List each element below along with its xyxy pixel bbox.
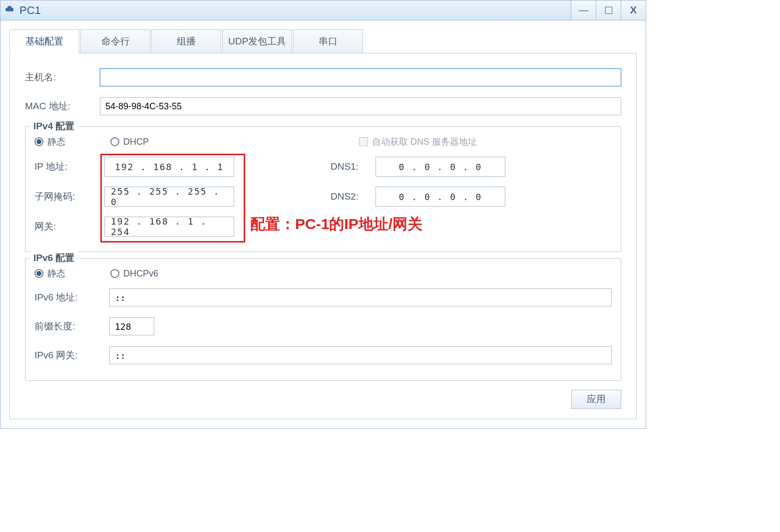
ipv6-prefix-label: 前缀长度: bbox=[34, 320, 109, 333]
checkbox-icon bbox=[359, 137, 368, 146]
radio-icon bbox=[34, 137, 43, 146]
subnet-mask-input[interactable]: 255 . 255 . 255 . 0 bbox=[104, 187, 234, 207]
dns2-input[interactable]: 0 . 0 . 0 . 0 bbox=[376, 187, 505, 207]
hostname-input[interactable] bbox=[100, 68, 621, 86]
ipv6-radio-static[interactable]: 静态 bbox=[34, 267, 65, 279]
ipv6-radio-dhcpv6[interactable]: DHCPv6 bbox=[110, 268, 158, 279]
subnet-mask-label: 子网掩码: bbox=[34, 190, 104, 203]
apply-button[interactable]: 应用 bbox=[571, 390, 621, 409]
radio-label-dhcp: DHCP bbox=[123, 137, 149, 147]
radio-label-static6: 静态 bbox=[47, 267, 65, 279]
ipv4-radio-static[interactable]: 静态 bbox=[34, 136, 65, 148]
ipv6-gateway-input[interactable] bbox=[109, 346, 612, 364]
minimize-button[interactable]: — bbox=[571, 0, 596, 20]
ip-address-label: IP 地址: bbox=[34, 160, 104, 173]
app-icon bbox=[4, 5, 15, 16]
hostname-label: 主机名: bbox=[25, 71, 100, 84]
auto-dns-label: 自动获取 DNS 服务器地址 bbox=[372, 136, 477, 148]
radio-label-dhcpv6: DHCPv6 bbox=[123, 268, 158, 279]
dns2-label: DNS2: bbox=[331, 191, 376, 202]
mac-input[interactable] bbox=[100, 97, 621, 115]
gateway-input[interactable]: 192 . 168 . 1 . 254 bbox=[104, 217, 234, 237]
ipv4-legend: IPv4 配置 bbox=[30, 120, 77, 133]
radio-icon bbox=[110, 137, 119, 146]
tab-udp-tool[interactable]: UDP发包工具 bbox=[222, 29, 292, 53]
ipv6-fieldset: IPv6 配置 静态 DHCPv6 IPv6 地址: 前 bbox=[25, 258, 621, 381]
gateway-label: 网关: bbox=[34, 220, 104, 233]
radio-icon bbox=[34, 269, 43, 278]
mac-label: MAC 地址: bbox=[25, 100, 100, 113]
radio-label-static: 静态 bbox=[47, 136, 65, 148]
ipv4-fieldset: IPv4 配置 静态 DHCP 自动获取 DNS 服务器地址 bbox=[25, 126, 621, 252]
ip-address-input[interactable]: 192 . 168 . 1 . 1 bbox=[104, 157, 234, 177]
dns1-input[interactable]: 0 . 0 . 0 . 0 bbox=[376, 157, 505, 177]
ipv6-prefix-input[interactable] bbox=[109, 317, 154, 335]
tab-multicast[interactable]: 组播 bbox=[151, 29, 221, 53]
radio-icon bbox=[110, 269, 119, 278]
titlebar: PC1 — ☐ X bbox=[0, 0, 646, 20]
ipv6-address-input[interactable] bbox=[109, 288, 612, 306]
config-panel: 主机名: MAC 地址: IPv4 配置 静态 DHCP bbox=[9, 53, 637, 419]
tab-basic-config[interactable]: 基础配置 bbox=[9, 29, 79, 53]
window-controls: — ☐ X bbox=[571, 0, 646, 20]
ipv6-legend: IPv6 配置 bbox=[30, 252, 77, 265]
auto-dns-checkbox: 自动获取 DNS 服务器地址 bbox=[359, 136, 477, 148]
ipv6-gateway-label: IPv6 网关: bbox=[34, 349, 109, 362]
tab-command-line[interactable]: 命令行 bbox=[80, 29, 150, 53]
tab-bar: 基础配置 命令行 组播 UDP发包工具 串口 bbox=[9, 29, 637, 53]
close-button[interactable]: X bbox=[621, 0, 646, 20]
content-area: 基础配置 命令行 组播 UDP发包工具 串口 主机名: MAC 地址: IPv4… bbox=[0, 20, 646, 428]
dns1-label: DNS1: bbox=[331, 161, 376, 172]
app-window: PC1 — ☐ X 基础配置 命令行 组播 UDP发包工具 串口 主机名: MA… bbox=[0, 0, 646, 429]
annotation-text: 配置：PC-1的IP地址/网关 bbox=[250, 214, 422, 235]
ipv6-address-label: IPv6 地址: bbox=[34, 291, 109, 304]
ipv4-radio-dhcp[interactable]: DHCP bbox=[110, 137, 149, 147]
maximize-button[interactable]: ☐ bbox=[596, 0, 621, 20]
tab-serial[interactable]: 串口 bbox=[293, 29, 363, 53]
window-title: PC1 bbox=[19, 4, 41, 17]
